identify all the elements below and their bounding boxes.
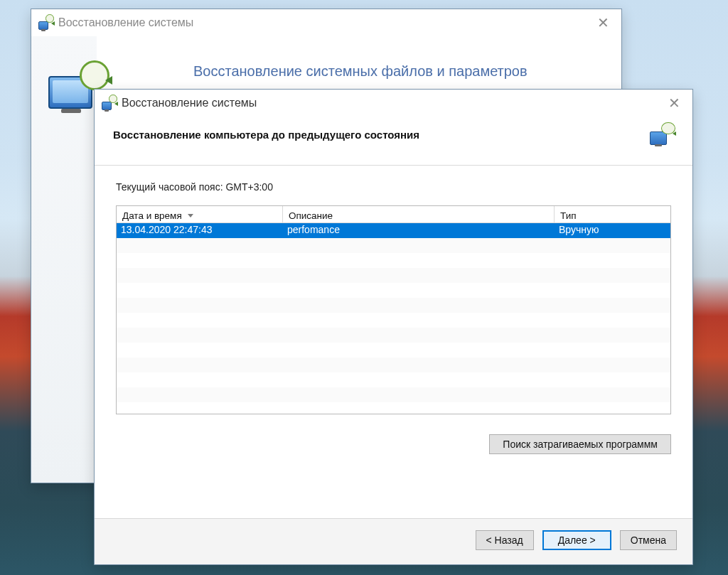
table-row[interactable] <box>117 358 670 372</box>
parent-window-title: Восстановление системы <box>58 16 193 29</box>
table-row[interactable] <box>117 313 670 328</box>
table-row[interactable] <box>117 387 670 402</box>
column-header-type[interactable]: Тип <box>555 206 670 223</box>
cell-datetime: 13.04.2020 22:47:43 <box>117 223 283 238</box>
parent-heading: Восстановление системных файлов и параме… <box>193 62 535 81</box>
next-button[interactable]: Далее > <box>542 530 611 550</box>
column-header-label: Описание <box>289 210 333 221</box>
table-row[interactable] <box>117 268 670 283</box>
column-header-label: Дата и время <box>122 210 182 221</box>
wizard-footer: < Назад Далее > Отмена <box>95 518 692 564</box>
restore-points-table[interactable]: Дата и время Описание Тип 13.04.2020 22:… <box>116 205 671 414</box>
wizard-heading: Восстановление компьютера до предыдущего… <box>113 129 419 141</box>
table-row[interactable] <box>117 283 670 298</box>
wizard-header: Восстановление компьютера до предыдущего… <box>95 117 692 165</box>
table-row[interactable] <box>117 328 670 343</box>
cancel-button[interactable]: Отмена <box>620 530 677 550</box>
table-row[interactable] <box>117 253 670 268</box>
close-icon[interactable]: ✕ <box>663 96 685 110</box>
column-header-label: Тип <box>560 210 577 221</box>
system-restore-icon <box>650 124 674 145</box>
cell-type: Вручную <box>555 223 670 238</box>
sort-descending-icon <box>188 214 193 217</box>
table-row[interactable] <box>117 372 670 387</box>
column-header-description[interactable]: Описание <box>283 206 555 223</box>
close-icon[interactable]: ✕ <box>592 16 614 30</box>
system-restore-icon <box>102 96 116 110</box>
table-row[interactable] <box>117 298 670 313</box>
cell-description: perfomance <box>283 223 555 238</box>
table-row[interactable] <box>117 343 670 358</box>
wizard-content: Текущий часовой пояс: GMT+3:00 Дата и вр… <box>95 166 692 518</box>
wizard-titlebar[interactable]: Восстановление системы ✕ <box>95 90 692 117</box>
back-button[interactable]: < Назад <box>476 530 534 550</box>
timezone-label: Текущий часовой пояс: GMT+3:00 <box>116 181 671 193</box>
table-row[interactable]: 13.04.2020 22:47:43 perfomance Вручную <box>117 223 670 238</box>
parent-titlebar[interactable]: Восстановление системы ✕ <box>31 9 621 36</box>
wizard-window-title: Восстановление системы <box>122 97 257 109</box>
under-table-actions: Поиск затрагиваемых программм <box>116 434 671 454</box>
table-body: 13.04.2020 22:47:43 perfomance Вручную <box>117 223 670 414</box>
table-header: Дата и время Описание Тип <box>117 206 670 223</box>
system-restore-icon <box>38 16 53 30</box>
column-header-datetime[interactable]: Дата и время <box>117 206 283 223</box>
table-row[interactable] <box>117 238 670 253</box>
scan-affected-programs-button[interactable]: Поиск затрагиваемых программм <box>489 434 671 454</box>
restore-wizard-window: Восстановление системы ✕ Восстановление … <box>94 89 693 565</box>
